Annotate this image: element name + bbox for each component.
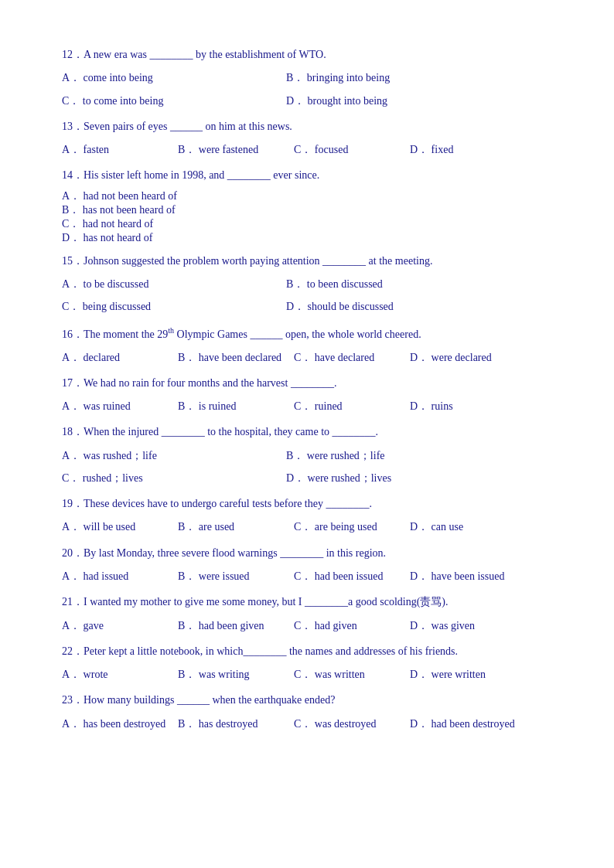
option-item: C． was written: [294, 665, 402, 684]
option-item: B． were rushed；life: [286, 446, 503, 465]
question-block: 19．These devices have to undergo careful…: [62, 495, 552, 537]
option-item: C． had been issued: [294, 567, 402, 586]
option-item: B． was writing: [178, 665, 286, 684]
option-item: B． were fastened: [178, 140, 286, 159]
options-row: A． to be discussedB． to been discussed: [62, 274, 552, 294]
question-block: 23．How many buildings ______ when the ea…: [62, 692, 552, 734]
question-text: 20．By last Monday, three severe flood wa…: [62, 545, 552, 562]
question-block: 22．Peter kept a little notebook, in whic…: [62, 643, 552, 685]
question-block: 20．By last Monday, three severe flood wa…: [62, 545, 552, 587]
option-item: C． to come into being: [62, 91, 278, 111]
options-row: A． was rushed；lifeB． were rushed；life: [62, 446, 552, 465]
option-item: D． should be discussed: [286, 297, 503, 316]
option-item: B． have been declared: [178, 348, 286, 367]
option-item: D． had been destroyed: [410, 714, 518, 734]
question-block: 18．When the injured ________ to the hosp…: [62, 424, 552, 488]
question-text: 22．Peter kept a little notebook, in whic…: [62, 643, 552, 660]
option-item: A． has been destroyed: [62, 714, 170, 734]
question-text: 18．When the injured ________ to the hosp…: [62, 424, 552, 441]
option-item: A． wrote: [62, 665, 170, 684]
options-row: C． rushed；livesD． were rushed；lives: [62, 468, 552, 488]
options-row: C． being discussedD． should be discussed: [62, 297, 552, 316]
option-item: C． ruined: [294, 397, 402, 416]
options-row: A． fastenB． were fastenedC． focusedD． fi…: [62, 140, 552, 159]
option-item: B． has destroyed: [178, 714, 286, 734]
question-block: 17．We had no rain for four months and th…: [62, 375, 552, 417]
option-item: D． were rushed；lives: [286, 468, 503, 488]
option-item: D． brought into being: [286, 91, 503, 111]
options-row: A． come into beingB． bringing into being: [62, 68, 552, 87]
options-row: A． was ruinedB． is ruinedC． ruinedD． rui…: [62, 397, 552, 416]
question-text: 15．Johnson suggested the problem worth p…: [62, 253, 552, 270]
question-block: 21．I wanted my mother to give me some mo…: [62, 594, 552, 635]
option-item: C． focused: [294, 140, 402, 159]
option-item: B． were issued: [178, 567, 286, 586]
option-item: A． fasten: [62, 140, 170, 159]
option-item: A． to be discussed: [62, 274, 278, 294]
option-item: A． had not been heard of: [62, 189, 552, 203]
option-item: A． had issued: [62, 567, 170, 586]
option-item: B． is ruined: [178, 397, 286, 416]
question-text: 13．Seven pairs of eyes ______ on him at …: [62, 118, 552, 135]
option-item: B． to been discussed: [286, 274, 503, 294]
option-item: D． can use: [410, 517, 518, 536]
question-text: 17．We had no rain for four months and th…: [62, 375, 552, 392]
option-item: D． have been issued: [410, 567, 518, 586]
options-row: A． gaveB． had been givenC． had givenD． w…: [62, 616, 552, 635]
option-item: A． was ruined: [62, 397, 170, 416]
option-item: A． come into being: [62, 68, 278, 87]
option-item: A． was rushed；life: [62, 446, 278, 465]
question-text: 12．A new era was ________ by the establi…: [62, 46, 552, 63]
options-row: A． wroteB． was writingC． was writtenD． w…: [62, 665, 552, 684]
options-row: A． will be usedB． are usedC． are being u…: [62, 517, 552, 536]
options-row: C． to come into beingD． brought into bei…: [62, 91, 552, 111]
option-item: D． were declared: [410, 348, 518, 367]
option-item: C． have declared: [294, 348, 402, 367]
option-item: D． has not heard of: [62, 231, 552, 245]
option-item: A． declared: [62, 348, 170, 367]
option-item: D． ruins: [410, 397, 518, 416]
question-block: 13．Seven pairs of eyes ______ on him at …: [62, 118, 552, 160]
option-item: A． gave: [62, 616, 170, 635]
option-item: C． rushed；lives: [62, 468, 278, 488]
options-row: A． has been destroyedB． has destroyedC． …: [62, 714, 552, 734]
option-item: A． will be used: [62, 517, 170, 536]
options-row: A． declaredB． have been declaredC． have …: [62, 348, 552, 367]
question-text: 23．How many buildings ______ when the ea…: [62, 692, 552, 709]
question-text: 19．These devices have to undergo careful…: [62, 495, 552, 512]
option-item: C． being discussed: [62, 297, 278, 316]
option-item: C． was destroyed: [294, 714, 402, 734]
option-item: B． bringing into being: [286, 68, 503, 87]
question-text: 21．I wanted my mother to give me some mo…: [62, 594, 552, 611]
option-item: B． has not been heard of: [62, 203, 552, 217]
quiz-container: 12．A new era was ________ by the establi…: [62, 46, 552, 734]
option-item: C． had not heard of: [62, 217, 552, 231]
question-block: 15．Johnson suggested the problem worth p…: [62, 253, 552, 317]
option-item: D． was given: [410, 616, 518, 635]
option-item: C． had given: [294, 616, 402, 635]
option-item: C． are being used: [294, 517, 402, 536]
option-item: B． had been given: [178, 616, 286, 635]
question-block: 14．His sister left home in 1998, and ___…: [62, 167, 552, 244]
question-text: 14．His sister left home in 1998, and ___…: [62, 167, 552, 184]
option-item: D． fixed: [410, 140, 518, 159]
question-block: 12．A new era was ________ by the establi…: [62, 46, 552, 111]
question-text: 16．The moment the 29th Olympic Games ___…: [62, 325, 552, 343]
options-row: A． had issuedB． were issuedC． had been i…: [62, 567, 552, 586]
question-block: 16．The moment the 29th Olympic Games ___…: [62, 325, 552, 367]
option-item: B． are used: [178, 517, 286, 536]
options-col: A． had not been heard ofB． has not been …: [62, 189, 552, 245]
option-item: D． were written: [410, 665, 518, 684]
